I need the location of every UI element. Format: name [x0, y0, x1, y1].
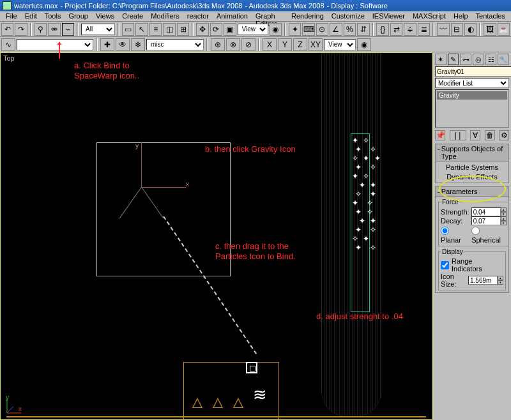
decay-spinner[interactable]: ▴▾ — [501, 216, 507, 225]
hierarchy-tab[interactable]: ⊶ — [460, 54, 471, 65]
menu-grapheditors[interactable]: Graph Editors — [252, 12, 287, 21]
menu-rendering[interactable]: Rendering — [288, 12, 327, 21]
motion-tab[interactable]: ◎ — [473, 54, 484, 65]
named-sel-button[interactable]: {} — [376, 23, 388, 36]
menu-help[interactable]: Help — [450, 12, 471, 21]
layer-button[interactable]: ≣ — [418, 23, 430, 36]
particle-cone-icon — [192, 398, 202, 408]
strength-label: Strength: — [441, 208, 469, 216]
scale-button[interactable]: ▣ — [224, 23, 236, 36]
pivot-button[interactable]: ◉ — [270, 23, 282, 36]
menu-modifiers[interactable]: Modifiers — [148, 12, 183, 21]
utilities-tab[interactable]: 🔧 — [498, 54, 509, 65]
menu-animation[interactable]: Animation — [213, 12, 251, 21]
strength-input[interactable] — [471, 207, 501, 216]
modify-tab[interactable]: ✎ — [448, 54, 459, 65]
iconsize-label: Icon Size: — [441, 273, 466, 288]
display-tab[interactable]: ☷ — [485, 54, 497, 65]
select-region-button[interactable]: ◫ — [163, 23, 175, 36]
pin-stack-button[interactable]: 📌 — [435, 130, 445, 140]
axis-x-button[interactable]: X — [263, 38, 277, 51]
menu-iesviewer[interactable]: IESViewer — [369, 12, 408, 21]
modifier-list-select[interactable]: Modifier List — [435, 78, 509, 88]
create-tab[interactable]: ✶ — [435, 54, 446, 65]
window-crossing-button[interactable]: ⊞ — [177, 23, 189, 36]
curvecustom-button[interactable]: ∿ — [1, 38, 15, 51]
annotation-a: a. Click Bind to SpaceWarp icon.. — [74, 61, 139, 82]
axis-xy-button[interactable]: XY — [309, 38, 323, 51]
gravity-gizmo-box[interactable] — [96, 142, 231, 276]
snap-button[interactable]: ⊙ — [316, 23, 328, 36]
menu-file[interactable]: File — [3, 12, 20, 21]
pivot2-button[interactable]: ◉ — [357, 38, 371, 51]
viewport[interactable]: Top ✦ ✧ ✦ ✧ ✧ ✦ ✦ ✦ ✧ ✦ ✧ ✦ ✦ ✧ ✦ ✦ ✧ ✦ … — [0, 52, 432, 420]
ref-coord-select[interactable]: View — [238, 24, 268, 35]
secondary-toolbar: ∿ ✚ 👁 ❄ misc ⊕ ⊗ ⊘ X Y Z XY View ◉ — [0, 37, 511, 52]
mirror-button[interactable]: ⇄ — [390, 23, 402, 36]
render-scene-button[interactable]: 🖼 — [484, 23, 496, 36]
menu-group[interactable]: Group — [65, 12, 91, 21]
make-unique-button[interactable]: ∀ — [470, 130, 480, 140]
align-button[interactable]: ≑ — [404, 23, 416, 36]
extras-a-button[interactable]: ⊕ — [211, 38, 225, 51]
layers-new-button[interactable]: ✚ — [100, 38, 114, 51]
app-icon — [3, 1, 11, 10]
parameters-header[interactable]: Parameters — [441, 188, 478, 195]
configure-sets-button[interactable]: ⚙ — [499, 130, 509, 140]
range-checkbox[interactable]: Range Indicators — [441, 257, 503, 273]
menu-maxscript[interactable]: MAXScript — [409, 12, 449, 21]
bind-spacewarp-button[interactable]: ⌁ — [62, 23, 74, 36]
axis-y-button[interactable]: Y — [278, 38, 292, 51]
modifier-stack[interactable]: Gravity — [435, 89, 509, 128]
particles-emitter-icon[interactable] — [246, 362, 257, 373]
strength-spinner[interactable]: ▴▾ — [501, 207, 507, 216]
menu-tentacles[interactable]: Tentacles — [473, 12, 508, 21]
menu-customize[interactable]: Customize — [328, 12, 368, 21]
stack-item-gravity[interactable]: Gravity — [437, 91, 507, 100]
display-group: Display Range Indicators Icon Size: ▴▾ — [438, 248, 506, 290]
spinner-snap-button[interactable]: ⇵ — [357, 23, 369, 36]
keyboard-button[interactable]: ⌨ — [302, 23, 314, 36]
extras-c-button[interactable]: ⊘ — [241, 38, 256, 51]
material-button[interactable]: ◐ — [464, 23, 477, 36]
select-arrow-button[interactable]: ↖ — [135, 23, 148, 36]
unlink-button[interactable]: ⚮ — [48, 23, 60, 36]
schematic-button[interactable]: ⊟ — [451, 23, 463, 36]
manip-button[interactable]: ✦ — [289, 23, 301, 36]
axis-z-button[interactable]: Z — [293, 38, 307, 51]
remove-mod-button[interactable]: 🗑 — [485, 130, 495, 140]
supports-header[interactable]: Supports Objects of Type — [441, 145, 507, 160]
select-byname-button[interactable]: ≡ — [149, 23, 162, 36]
curve-editor-button[interactable]: 〰 — [437, 23, 449, 36]
spherical-radio[interactable]: Spherical — [471, 227, 507, 244]
decay-input[interactable] — [471, 216, 501, 225]
link-button[interactable]: ⚲ — [34, 23, 47, 36]
select-button[interactable]: ▭ — [122, 23, 134, 36]
percent-snap-button[interactable]: % — [344, 23, 356, 36]
layer-select[interactable]: misc — [146, 39, 204, 50]
move-button[interactable]: ✥ — [196, 23, 208, 36]
extras-b-button[interactable]: ⊗ — [226, 38, 240, 51]
gravity-x-label: x — [186, 181, 189, 188]
menu-views[interactable]: Views — [93, 12, 118, 21]
named-selection-set[interactable] — [17, 39, 93, 50]
undo-button[interactable]: ↶ — [1, 23, 13, 36]
iconsize-spinner[interactable]: ▴▾ — [498, 276, 503, 285]
redo-button[interactable]: ↷ — [15, 23, 27, 36]
render-button[interactable]: ☕ — [498, 23, 510, 36]
layers-freeze-button[interactable]: ❄ — [131, 38, 145, 51]
layers-vis-button[interactable]: 👁 — [116, 38, 130, 51]
menu-tools[interactable]: Tools — [42, 12, 65, 21]
menu-edit[interactable]: Edit — [22, 12, 40, 21]
object-name-input[interactable] — [435, 66, 511, 77]
show-end-result-button[interactable]: | | — [450, 130, 466, 140]
angle-snap-button[interactable]: ∠ — [330, 23, 342, 36]
planar-radio[interactable]: Planar — [441, 227, 468, 244]
rotate-button[interactable]: ⟳ — [210, 23, 222, 36]
svg-line-2 — [7, 407, 13, 413]
menu-create[interactable]: Create — [119, 12, 146, 21]
iconsize-input[interactable] — [468, 276, 498, 285]
selection-filter[interactable]: All — [81, 24, 115, 35]
menu-reactor[interactable]: reactor — [184, 12, 212, 21]
ref-coord-select-2[interactable]: View — [324, 39, 356, 50]
